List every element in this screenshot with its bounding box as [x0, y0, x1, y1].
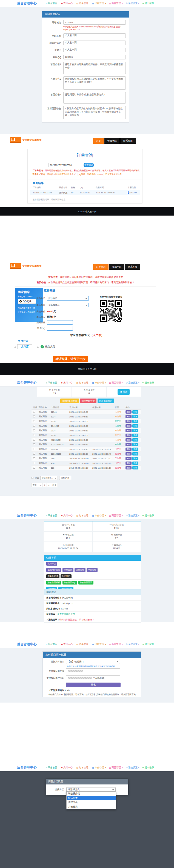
admin-nav-item[interactable]: ▦ 卡密管理▾ — [92, 643, 106, 646]
row-checkbox[interactable] — [33, 434, 35, 436]
front-nav-button[interactable]: 订单查询 — [93, 264, 109, 270]
admin-nav-item[interactable]: ⚙ 系统设置▾ — [126, 2, 140, 5]
row-checkbox[interactable] — [33, 439, 35, 441]
delete-button[interactable]: 删除 — [125, 420, 132, 423]
row-checkbox[interactable] — [33, 420, 35, 422]
admin-nav-item[interactable]: ⌂ 平台首页 — [46, 643, 58, 646]
row-checkbox[interactable] — [33, 448, 35, 450]
product-select[interactable]: 请选择商品 — [47, 303, 89, 307]
admin-nav-item[interactable]: ↪ 退出登录 — [142, 514, 155, 518]
admin-nav-item[interactable]: ⚙ 系统设置▾ — [126, 381, 140, 384]
admin-nav-item[interactable]: ⚙ 系统设置▾ — [126, 514, 140, 518]
execute-button[interactable]: 立即执行 — [59, 476, 71, 480]
title-desc-input[interactable] — [63, 40, 126, 45]
delete-button[interactable]: 删除 — [125, 462, 132, 465]
wechat-radio[interactable] — [37, 346, 39, 348]
admin-nav-item[interactable]: ▤ 订单管理 — [77, 514, 89, 518]
quick-nav-badge[interactable]: 修改首页背景 — [78, 581, 93, 585]
admin-nav-item[interactable]: ▥ 商品管理▾ — [109, 2, 123, 5]
delete-button[interactable]: 删除 — [125, 452, 132, 456]
front-nav-button[interactable]: 联系客服 — [125, 264, 140, 270]
quick-nav-badge[interactable]: 卡密管理 — [87, 568, 97, 572]
page-button[interactable]: 首页 — [31, 483, 38, 487]
select-option[interactable]: 其他分类 — [66, 805, 116, 809]
bulk-action-select[interactable]: 请选择操作... — [40, 476, 58, 480]
search-button[interactable]: 搜索 — [118, 389, 129, 395]
select-option[interactable]: 测试分类 — [66, 800, 116, 805]
order-search-input[interactable] — [49, 163, 82, 167]
delete-button[interactable]: 删除 — [125, 434, 132, 437]
admin-nav-item[interactable]: ⚙ 系统设置▾ — [126, 643, 140, 646]
page-button[interactable]: » — [47, 483, 51, 487]
detail-button[interactable]: 详细 — [132, 447, 138, 451]
contact-qq-input[interactable] — [47, 326, 73, 331]
admin-nav-item[interactable]: ◆ 支付中心 — [61, 643, 74, 646]
modify-button[interactable]: 修改 — [66, 683, 121, 687]
delete-button[interactable]: 删除 — [125, 415, 132, 418]
detail-button[interactable]: 详细 — [132, 457, 138, 460]
admin-nav-item[interactable]: ◆ 支付中心 — [61, 2, 74, 5]
admin-nav-item[interactable]: ▥ 商品管理▾ — [109, 643, 123, 646]
delete-button[interactable]: 删除 — [125, 438, 132, 441]
confirm-next-button[interactable]: 确认选择，进行下一步 — [53, 356, 88, 362]
category-select[interactable]: 默认分类 — [47, 296, 89, 301]
quick-nav-badge[interactable]: 修改首页模板 — [46, 581, 61, 585]
quick-nav-badge[interactable]: 修改首页logo — [62, 581, 77, 585]
pay-interface-select[interactable]: 【分】/支付接口 — [66, 659, 120, 664]
card-action-button[interactable]: 清空全部卡密 — [80, 399, 96, 403]
keywords-input[interactable] — [63, 48, 126, 52]
select-option[interactable]: 请选择分类 — [66, 792, 116, 796]
admin-nav-item[interactable]: ▤ 订单管理 — [77, 2, 89, 5]
quick-nav-badge[interactable]: 全局缓存 — [62, 568, 74, 572]
select-option[interactable]: 默认分类 — [66, 796, 116, 800]
admin-nav-item[interactable]: ▥ 商品管理▾ — [109, 381, 123, 384]
row-checkbox[interactable] — [33, 467, 35, 469]
row-checkbox[interactable] — [33, 458, 35, 459]
detail-button[interactable]: 详细 — [132, 462, 138, 465]
detail-button[interactable]: 详细 — [132, 443, 138, 446]
row-checkbox[interactable] — [33, 453, 35, 455]
page-button[interactable]: « — [38, 483, 42, 487]
admin-nav-item[interactable]: ▦ 卡密管理▾ — [92, 381, 106, 384]
front-nav-button[interactable]: 首页 — [93, 138, 104, 144]
detail-button[interactable]: 详细 — [132, 466, 138, 469]
admin-nav-item[interactable]: ▤ 订单管理 — [77, 643, 89, 646]
row-checkbox[interactable] — [33, 430, 35, 431]
admin-nav-item[interactable]: ▦ 卡密管理▾ — [92, 766, 106, 769]
card-action-button[interactable]: 启用批量查询 — [97, 399, 114, 403]
page-button[interactable]: 1 — [42, 483, 47, 487]
detail-button[interactable]: 详细 — [132, 434, 138, 437]
notice2-textarea[interactable]: 付款后按提示点击确定跳转到提取页面，不可提前关闭窗口！否则无法提取到卡密！ — [63, 76, 126, 90]
detail-button[interactable]: 详细 — [132, 438, 138, 441]
admin-nav-item[interactable]: ▤ 订单管理 — [77, 766, 89, 769]
admin-nav-item[interactable]: ⌂ 平台首页 — [46, 514, 58, 518]
delete-button[interactable]: 删除 — [125, 466, 132, 469]
card-action-button[interactable]: 清除已使用卡密 — [60, 399, 79, 403]
admin-nav-item[interactable]: ↪ 退出登录 — [142, 643, 155, 646]
notice1-textarea[interactable]: 提取卡密后请尽快使用或保存好，系统定期清除被提取的卡密 — [63, 62, 126, 74]
admin-nav-item[interactable]: ▤ 订单管理 — [77, 381, 89, 384]
delete-button[interactable]: 删除 — [125, 443, 132, 446]
admin-nav-item[interactable]: ⚙ 系统设置▾ — [126, 766, 140, 769]
front-nav-button[interactable]: 联系客服 — [120, 138, 136, 144]
detail-button[interactable]: 详细 — [132, 415, 138, 418]
admin-nav-item[interactable]: ▥ 商品管理▾ — [109, 766, 123, 769]
detail-button[interactable]: 详细 — [132, 429, 138, 432]
detail-button[interactable]: 详细 — [132, 452, 138, 456]
page-button[interactable]: 尾页 — [51, 483, 58, 487]
front-nav-button[interactable]: 收藏本站 — [105, 138, 120, 144]
admin-nav-item[interactable]: ⌂ 平台首页 — [46, 381, 58, 384]
domain-input[interactable] — [63, 20, 126, 25]
quantity-input[interactable] — [47, 320, 73, 324]
admin-nav-item[interactable]: ◆ 支付中心 — [61, 381, 74, 384]
quick-nav-badge[interactable]: 黑名单管理 — [46, 575, 59, 578]
row-checkbox[interactable] — [33, 462, 35, 464]
row-checkbox[interactable] — [33, 443, 35, 445]
admin-nav-item[interactable]: ◆ 支付中心 — [61, 766, 74, 769]
quick-nav-badge[interactable]: 订单管理 — [75, 568, 86, 572]
row-checkbox[interactable] — [33, 411, 35, 413]
detail-button[interactable]: 详细 — [132, 410, 138, 413]
alipay-radio[interactable] — [14, 346, 16, 348]
quick-nav-badge[interactable]: 支付平台 — [46, 562, 57, 566]
detail-button[interactable]: 详细 — [132, 424, 138, 428]
